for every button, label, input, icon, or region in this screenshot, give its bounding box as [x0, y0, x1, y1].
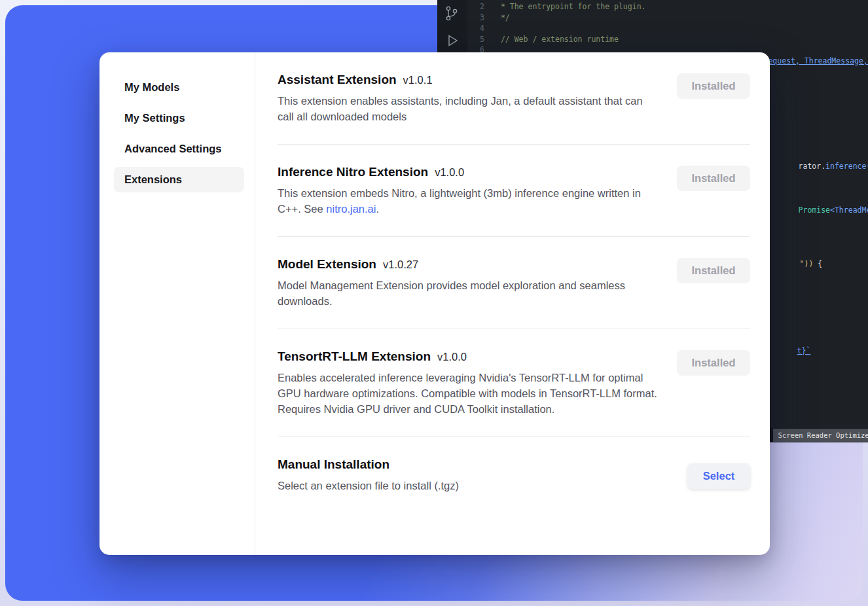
extension-title: Assistant Extensionv1.0.1 — [278, 73, 660, 87]
code-line: 2 * The entrypoint for the plugin. — [473, 1, 868, 12]
extension-title: Inference Nitro Extensionv1.0.0 — [278, 165, 660, 179]
sidebar-item-my-settings[interactable]: My Settings — [114, 105, 244, 131]
extension-description: This extension enables assistants, inclu… — [278, 93, 660, 124]
installed-button[interactable]: Installed — [677, 73, 750, 99]
extension-description: Model Management Extension provides mode… — [278, 277, 660, 309]
code-text: * The entrypoint for the plugin. — [496, 1, 645, 12]
extension-row-assistant: Assistant Extensionv1.0.1 This extension… — [278, 52, 750, 145]
extension-title: TensortRT-LLM Extensionv1.0.0 — [278, 349, 660, 364]
code-line: 5 // Web / extension runtime — [473, 34, 868, 45]
code-text: // Web / extension runtime — [496, 34, 619, 45]
line-number: 5 — [473, 34, 484, 45]
extension-version: v1.0.0 — [435, 166, 464, 178]
code-fragment: ")) { — [772, 247, 822, 280]
extension-version: v1.0.27 — [383, 258, 418, 270]
extension-description: This extension embeds Nitro, a lightweig… — [278, 185, 660, 217]
code-fragment: t}` — [770, 334, 810, 367]
extensions-panel: Assistant Extensionv1.0.1 This extension… — [255, 52, 770, 555]
code-line: 3 */ — [473, 12, 868, 24]
screen-reader-status-badge: Screen Reader Optimized — [773, 429, 868, 442]
manual-installation-row: Manual Installation Select an extension … — [278, 437, 750, 513]
extension-row-inference-nitro: Inference Nitro Extensionv1.0.0 This ext… — [278, 145, 750, 237]
settings-sidebar: My Models My Settings Advanced Settings … — [99, 52, 255, 555]
code-fragment: Promise<ThreadMessage> — [771, 194, 868, 226]
installed-button[interactable]: Installed — [677, 350, 750, 376]
sidebar-item-advanced-settings[interactable]: Advanced Settings — [114, 136, 244, 162]
line-number: 3 — [473, 12, 484, 24]
extension-version: v1.0.0 — [437, 351, 467, 363]
installed-button[interactable]: Installed — [677, 258, 750, 283]
manual-installation-title: Manual Installation — [278, 457, 459, 472]
manual-installation-description: Select an extension file to install (.tg… — [278, 478, 459, 493]
nitro-jan-ai-link[interactable]: nitro.jan.ai — [326, 203, 376, 215]
settings-modal: My Models My Settings Advanced Settings … — [99, 52, 770, 555]
extension-title: Model Extensionv1.0.27 — [278, 257, 660, 272]
extension-version: v1.0.1 — [403, 74, 433, 86]
sidebar-item-my-models[interactable]: My Models — [114, 75, 244, 100]
installed-button[interactable]: Installed — [677, 166, 750, 191]
line-number: 4 — [473, 23, 484, 34]
source-control-icon — [444, 5, 459, 22]
code-text: */ — [496, 12, 510, 24]
code-line: 4 — [473, 23, 868, 34]
line-number: 2 — [473, 1, 484, 12]
extension-description: Enables accelerated inference leveraging… — [278, 370, 660, 417]
extension-row-model: Model Extensionv1.0.27 Model Management … — [278, 237, 750, 329]
select-file-button[interactable]: Select — [687, 463, 750, 489]
extension-row-tensorrt-llm: TensortRT-LLM Extensionv1.0.0 Enables ac… — [278, 329, 750, 437]
run-debug-icon — [444, 33, 460, 48]
code-fragment: rator.inference(data)); — [771, 150, 868, 183]
sidebar-item-extensions[interactable]: Extensions — [114, 167, 244, 192]
page: 2 * The entrypoint for the plugin. 3 */ … — [0, 0, 868, 606]
